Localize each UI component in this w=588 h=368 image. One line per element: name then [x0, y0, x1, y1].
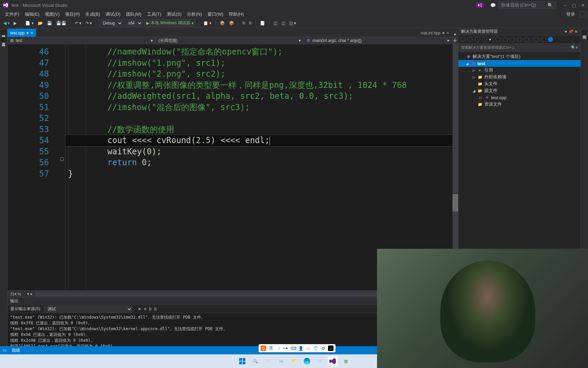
ime-tray[interactable]: S 英 ☽ •✦ ⌨ 👤 ▭ 👕 ⚙ ♪ — [259, 344, 336, 352]
start-button[interactable] — [237, 356, 247, 366]
headers-node[interactable]: 📁头文件 — [458, 80, 581, 87]
ime-gear-icon[interactable]: ⚙ — [321, 346, 326, 351]
store-button[interactable]: 🛍 — [315, 356, 325, 366]
tb-icon-3[interactable]: 📦 — [228, 20, 235, 26]
ime-kbd-icon[interactable]: ⌨ — [291, 346, 296, 351]
output-icon-3[interactable]: ⎘ — [149, 307, 151, 311]
tb-icon-1[interactable]: 📋 ▾ — [202, 20, 213, 26]
ime-moon-icon[interactable]: ☽ — [276, 346, 281, 351]
properties-collapsed-tab[interactable]: 属性 — [581, 29, 588, 35]
se-icon-7[interactable] — [541, 37, 546, 42]
app-button[interactable]: ▦ — [341, 356, 351, 366]
ime-logo-icon[interactable]: S — [261, 346, 266, 351]
menu-file[interactable]: 文件(F) — [2, 10, 22, 18]
tab-mat-inl-hpp[interactable]: mat.inl.hpp× — [418, 29, 452, 37]
se-icon-3[interactable] — [510, 37, 515, 42]
run-button[interactable]: ▶ 本地 Windows 调试器 ▾ — [144, 19, 196, 27]
tb-icon-4[interactable]: ⎘ — [241, 20, 246, 26]
menu-view[interactable]: 视图(V) — [42, 10, 62, 18]
project-node[interactable]: ◢⬢test — [458, 60, 581, 67]
menu-test[interactable]: 测试(S) — [164, 10, 184, 18]
tab-test-cpp[interactable]: test.cpp× — [7, 29, 36, 37]
save-all-button[interactable]: 💾💾 — [55, 20, 68, 26]
minimize-button[interactable]: ─ — [563, 3, 568, 7]
server-explorer-tab[interactable]: 服务器资源管理器 — [0, 29, 7, 35]
refresh-icon[interactable] — [468, 37, 473, 42]
config-select[interactable]: Debug — [99, 19, 123, 27]
close-tab-icon[interactable]: × — [31, 30, 33, 35]
external-deps-node[interactable]: ▷📁外部依赖项 — [458, 74, 581, 80]
ime-box-icon[interactable]: ▭ — [306, 346, 311, 351]
clear-output-icon[interactable]: ✕ — [138, 307, 141, 311]
ime-shirt-icon[interactable]: 👕 — [313, 346, 318, 351]
tb-icon-2[interactable]: 📦 — [218, 20, 226, 26]
tb-icon-8[interactable]: ◫ — [280, 20, 287, 26]
save-button[interactable]: 💾 — [46, 20, 53, 26]
source-file-node[interactable]: ▷✚test.cpp — [458, 94, 581, 101]
split-icon[interactable]: ╪ — [452, 38, 458, 43]
maximize-button[interactable]: ▢ — [572, 3, 576, 7]
feedback-icon[interactable]: 💬 — [491, 3, 495, 7]
edge-button[interactable] — [302, 356, 312, 366]
references-node[interactable]: ▷▪▫引用 — [458, 67, 581, 74]
ime-lang-icon[interactable]: 英 — [268, 346, 274, 351]
resources-node[interactable]: 📁资源文件 — [458, 101, 581, 108]
task-view-button[interactable]: ⊞ — [263, 356, 273, 366]
solution-search-input[interactable]: 搜索解决方案资源管理器(Ctrl+;)🔍▾ — [458, 44, 581, 52]
solution-tree[interactable]: ⬢解决方案"test"(1 个项目) ◢⬢test ▷▪▫引用 ▷📁外部依赖项 … — [458, 52, 581, 283]
se-icon-4[interactable] — [517, 37, 522, 42]
redo-button[interactable]: ↷ ▾ — [84, 20, 93, 26]
menu-window[interactable]: 窗口(W) — [205, 10, 226, 18]
zoom-select[interactable]: 214 % — [10, 292, 27, 296]
scroll-left-icon[interactable]: ◂ — [29, 292, 33, 296]
new-project-button[interactable]: 📄 ▾ — [24, 20, 35, 26]
tab-dropdown-icon[interactable]: ▾ — [452, 32, 458, 37]
solution-node[interactable]: ⬢解决方案"test"(1 个项目) — [458, 53, 581, 60]
close-button[interactable]: ✕ — [581, 3, 585, 7]
sources-node[interactable]: ◢📂源文件 — [458, 87, 581, 94]
search-button[interactable]: 🔍 — [250, 356, 260, 366]
quick-launch-input[interactable]: 快速启动 (Ctrl+Q)🔍 — [498, 1, 556, 9]
ime-punct-icon[interactable]: •✦ — [283, 346, 289, 351]
explorer-button[interactable]: 📁 — [289, 356, 299, 366]
nav-back-button[interactable]: ◀ ▾ — [2, 20, 11, 26]
sync-icon[interactable] — [475, 37, 480, 42]
ime-person-icon[interactable]: 👤 — [298, 346, 304, 351]
close-tab-icon[interactable]: × — [446, 30, 449, 35]
menu-build[interactable]: 生成(B) — [83, 10, 103, 18]
toggle-wrap-icon[interactable]: ≡ — [144, 307, 146, 311]
scope-dropdown[interactable]: ⊞test▾ — [7, 37, 156, 44]
menu-debug[interactable]: 调试(D) — [103, 10, 123, 18]
function-dropdown[interactable]: ⚙main(int argc, char * argv[])▾ — [304, 37, 452, 44]
menu-project[interactable]: 项目(P) — [62, 10, 82, 18]
tb-icon-9[interactable]: ◫ ▾ — [288, 20, 297, 26]
menu-tools[interactable]: 工具(T) — [144, 10, 164, 18]
context-dropdown[interactable]: (全局范围)▾ — [156, 37, 304, 44]
platform-select[interactable]: x64 — [124, 19, 143, 27]
home-icon[interactable] — [460, 37, 466, 42]
collapse-icon[interactable] — [482, 37, 487, 42]
tb-icon-7[interactable]: ◫ — [272, 20, 279, 26]
login-button[interactable]: 登录 — [564, 10, 578, 18]
menu-team[interactable]: 团队(M) — [123, 10, 144, 18]
toolbox-tab[interactable]: 工具箱 — [0, 37, 7, 43]
tb-icon-5[interactable]: ⎘ — [248, 20, 253, 26]
se-icon-8[interactable] — [548, 37, 553, 42]
nav-fwd-button[interactable]: ▶ — [12, 20, 18, 26]
output-source-select[interactable]: 调试 — [44, 306, 132, 312]
ime-tiktok-icon[interactable]: ♪ — [328, 346, 333, 351]
se-icon-1[interactable] — [495, 37, 501, 42]
open-button[interactable]: 📂 — [36, 20, 44, 26]
notification-badge[interactable]: ▾1 — [476, 2, 484, 8]
vs-button[interactable] — [328, 356, 338, 366]
se-icon-2[interactable] — [503, 37, 508, 42]
user-icon[interactable] — [580, 11, 586, 17]
tb-icon-6[interactable]: 📑 — [259, 20, 266, 26]
widgets-button[interactable]: ▭ — [276, 356, 286, 366]
menu-help[interactable]: 帮助(H) — [226, 10, 246, 18]
se-icon-6[interactable] — [534, 37, 539, 42]
menu-analyze[interactable]: 分析(N) — [184, 10, 205, 18]
output-icon-4[interactable]: ⎘ — [154, 307, 157, 311]
panel-menu-icon[interactable]: ▾ 📌 ✕ — [565, 29, 578, 34]
menu-edit[interactable]: 编辑(E) — [22, 10, 42, 18]
